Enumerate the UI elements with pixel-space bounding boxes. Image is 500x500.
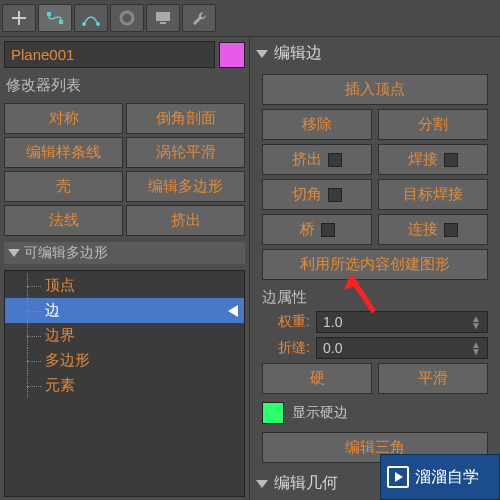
stack-header[interactable]: 可编辑多边形 (4, 242, 245, 264)
settings-icon[interactable] (328, 188, 342, 202)
insert-vertex-button[interactable]: 插入顶点 (262, 74, 488, 105)
smooth-button[interactable]: 平滑 (378, 363, 488, 394)
crease-label: 折缝: (262, 339, 310, 357)
play-icon (387, 466, 409, 488)
mod-btn-chamfer-profile[interactable]: 倒角剖面 (126, 103, 245, 134)
watermark-badge: 溜溜自学 (380, 454, 500, 500)
connect-button[interactable]: 连接 (378, 214, 488, 245)
mod-btn-edit-poly[interactable]: 编辑多边形 (126, 171, 245, 202)
tree-item-edge[interactable]: 边 (5, 298, 244, 323)
collapse-icon (256, 50, 268, 58)
collapse-icon (256, 480, 268, 488)
tree-item-border[interactable]: 边界 (5, 323, 244, 348)
weight-label: 权重: (262, 313, 310, 331)
hard-button[interactable]: 硬 (262, 363, 372, 394)
svg-point-2 (82, 22, 86, 26)
create-shape-button[interactable]: 利用所选内容创建图形 (262, 249, 488, 280)
settings-icon[interactable] (444, 223, 458, 237)
active-marker-icon (228, 305, 238, 317)
rollout-label: 编辑几何 (274, 473, 338, 494)
svg-point-3 (96, 22, 100, 26)
edge-props-label: 边属性 (262, 288, 488, 307)
svg-point-4 (121, 12, 133, 24)
bezier-icon[interactable] (38, 4, 72, 32)
svg-rect-0 (47, 12, 51, 16)
target-weld-button[interactable]: 目标焊接 (378, 179, 488, 210)
mod-btn-extrude[interactable]: 挤出 (126, 205, 245, 236)
circle-icon[interactable] (110, 4, 144, 32)
mod-btn-symmetry[interactable]: 对称 (4, 103, 123, 134)
bridge-button[interactable]: 桥 (262, 214, 372, 245)
arc-icon[interactable] (74, 4, 108, 32)
mod-btn-edit-spline[interactable]: 编辑样条线 (4, 137, 123, 168)
svg-rect-1 (59, 20, 63, 24)
settings-icon[interactable] (444, 153, 458, 167)
mod-btn-normal[interactable]: 法线 (4, 205, 123, 236)
tree-item-vertex[interactable]: 顶点 (5, 273, 244, 298)
crease-spinner[interactable]: 0.0▲▼ (316, 337, 488, 359)
svg-rect-5 (156, 12, 170, 21)
chamfer-button[interactable]: 切角 (262, 179, 372, 210)
mod-btn-shell[interactable]: 壳 (4, 171, 123, 202)
collapse-icon (8, 249, 20, 257)
settings-icon[interactable] (321, 223, 335, 237)
settings-icon[interactable] (328, 153, 342, 167)
extrude-button[interactable]: 挤出 (262, 144, 372, 175)
tree-item-element[interactable]: 元素 (5, 373, 244, 398)
hard-edge-color-swatch[interactable] (262, 402, 284, 424)
tree-item-polygon[interactable]: 多边形 (5, 348, 244, 373)
stack-title: 可编辑多边形 (24, 244, 108, 262)
remove-button[interactable]: 移除 (262, 109, 372, 140)
monitor-icon[interactable] (146, 4, 180, 32)
split-button[interactable]: 分割 (378, 109, 488, 140)
mod-btn-turbosmooth[interactable]: 涡轮平滑 (126, 137, 245, 168)
svg-rect-6 (160, 22, 166, 24)
rollout-label: 编辑边 (274, 43, 322, 64)
display-hard-label[interactable]: 显示硬边 (292, 404, 348, 422)
modifier-list-label[interactable]: 修改器列表 (4, 74, 245, 97)
wrench-icon[interactable] (182, 4, 216, 32)
weight-spinner[interactable]: 1.0▲▼ (316, 311, 488, 333)
object-color-swatch[interactable] (219, 42, 245, 68)
weld-button[interactable]: 焊接 (378, 144, 488, 175)
edit-edges-rollout[interactable]: 编辑边 (254, 41, 496, 66)
subobject-tree: 顶点 边 边界 多边形 元素 (4, 270, 245, 497)
watermark-text: 溜溜自学 (415, 467, 479, 488)
plus-icon[interactable] (2, 4, 36, 32)
object-name-input[interactable] (4, 41, 215, 68)
